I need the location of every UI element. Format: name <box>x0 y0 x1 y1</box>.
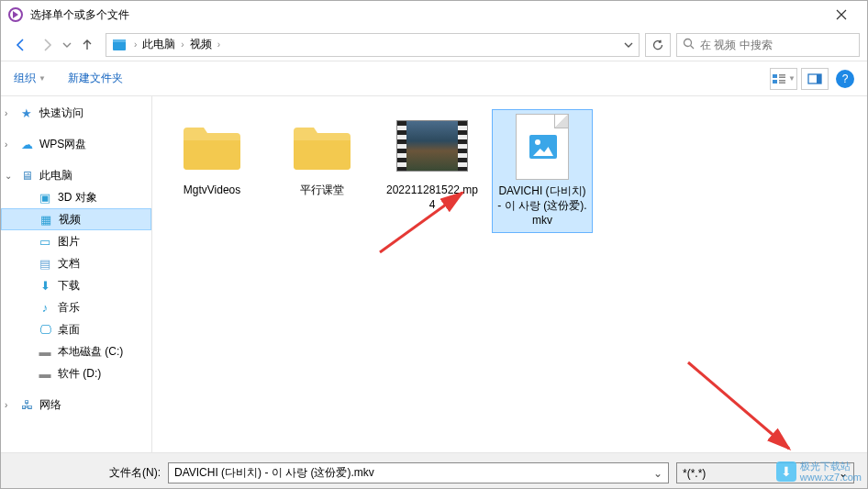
view-mode-button[interactable]: ▼ <box>770 68 797 90</box>
body: ›★快速访问 ›☁WPS网盘 ⌄🖥此电脑 ▣3D 对象 ▦视频 ▭图片 ▤文档 … <box>1 96 867 452</box>
refresh-button[interactable] <box>645 33 671 57</box>
chevron-right-icon[interactable]: › <box>5 400 7 410</box>
video-icon: ▦ <box>39 212 53 227</box>
svg-rect-8 <box>779 82 785 83</box>
pc-icon: 🖥 <box>19 168 34 183</box>
file-name: MgtvVideos <box>184 183 240 197</box>
chevron-right-icon[interactable]: › <box>216 39 222 50</box>
chevron-down-icon[interactable]: ⌄ <box>653 467 662 480</box>
folder-icon <box>180 118 244 173</box>
svg-rect-5 <box>779 76 785 78</box>
svg-point-2 <box>684 39 692 46</box>
chevron-right-icon[interactable]: › <box>179 39 185 50</box>
breadcrumb-videos[interactable]: 视频 <box>186 37 216 52</box>
organize-menu[interactable]: 组织▼ <box>14 71 46 86</box>
videos-library-icon <box>110 36 128 54</box>
picture-icon: ▭ <box>38 234 52 249</box>
close-button[interactable] <box>823 2 860 28</box>
bottom-panel: 文件名(N): DAVICHI (다비치) - 이 사랑 (这份爱).mkv ⌄… <box>1 452 867 489</box>
app-icon <box>8 7 23 22</box>
folder-icon <box>290 118 354 173</box>
filename-value: DAVICHI (다비치) - 이 사랑 (这份爱).mkv <box>174 465 653 481</box>
sidebar-downloads[interactable]: ⬇下载 <box>1 274 151 296</box>
navbar: › 此电脑 › 视频 › <box>1 28 867 61</box>
video-file-item[interactable]: 202211281522.mp4 <box>382 109 483 216</box>
help-button[interactable]: ? <box>836 70 854 88</box>
chevron-right-icon[interactable]: › <box>5 108 7 118</box>
svg-rect-4 <box>779 74 785 76</box>
media-file-icon <box>516 114 569 180</box>
svg-line-12 <box>688 362 789 449</box>
search-input[interactable] <box>700 39 853 51</box>
chevron-right-icon[interactable]: › <box>5 139 7 150</box>
search-icon <box>683 37 695 53</box>
forward-button[interactable] <box>34 32 60 58</box>
window-title: 选择单个或多个文件 <box>30 7 823 23</box>
download-icon: ⬇ <box>38 278 52 293</box>
svg-rect-7 <box>779 80 785 82</box>
up-button[interactable] <box>74 32 100 58</box>
sidebar-3d-objects[interactable]: ▣3D 对象 <box>1 186 151 208</box>
file-name: DAVICHI (다비치) - 이 사랑 (这份爱).mkv <box>496 183 588 228</box>
sidebar-local-disk-c[interactable]: ▬本地磁盘 (C:) <box>1 340 151 362</box>
svg-rect-10 <box>817 74 821 83</box>
sidebar-documents[interactable]: ▤文档 <box>1 252 151 274</box>
video-file-item-selected[interactable]: DAVICHI (다비치) - 이 사랑 (这份爱).mkv <box>492 109 593 233</box>
sidebar-pictures[interactable]: ▭图片 <box>1 230 151 252</box>
chevron-down-icon[interactable]: ⌄ <box>839 467 848 480</box>
search-box[interactable] <box>676 33 860 57</box>
toolbar: 组织▼ 新建文件夹 ▼ ? <box>1 61 867 96</box>
video-thumbnail-icon <box>396 120 468 172</box>
svg-rect-3 <box>773 74 777 78</box>
cube-icon: ▣ <box>38 190 52 205</box>
document-icon: ▤ <box>38 256 52 271</box>
network-icon: 🖧 <box>19 397 34 412</box>
sidebar-this-pc[interactable]: ⌄🖥此电脑 <box>1 164 151 186</box>
breadcrumb-dropdown[interactable] <box>618 37 639 53</box>
music-icon: ♪ <box>38 300 52 315</box>
chevron-down-icon: ▼ <box>39 74 46 83</box>
chevron-right-icon[interactable]: › <box>132 39 139 50</box>
star-icon: ★ <box>19 106 34 120</box>
filter-combo[interactable]: *(*.*) ⌄ <box>676 462 854 483</box>
drive-icon: ▬ <box>38 344 52 359</box>
back-button[interactable] <box>8 32 34 58</box>
sidebar-quick-access[interactable]: ›★快速访问 <box>1 102 151 124</box>
cloud-icon: ☁ <box>19 137 34 151</box>
filename-combo[interactable]: DAVICHI (다비치) - 이 사랑 (这份爱).mkv ⌄ <box>168 462 669 483</box>
file-list[interactable]: MgtvVideos 平行课堂 202211281522.mp4 DAVICHI… <box>152 96 867 452</box>
sidebar-desktop[interactable]: 🖵桌面 <box>1 318 151 340</box>
sidebar-soft-d[interactable]: ▬软件 (D:) <box>1 362 151 384</box>
folder-item[interactable]: 平行课堂 <box>272 109 373 201</box>
sidebar-wps[interactable]: ›☁WPS网盘 <box>1 133 151 155</box>
file-name: 平行课堂 <box>300 183 344 197</box>
preview-pane-button[interactable] <box>801 68 829 90</box>
breadcrumb[interactable]: › 此电脑 › 视频 › <box>106 33 640 57</box>
sidebar-videos[interactable]: ▦视频 <box>1 208 151 230</box>
folder-item[interactable]: MgtvVideos <box>161 109 262 201</box>
chevron-down-icon[interactable]: ⌄ <box>5 171 12 181</box>
drive-icon: ▬ <box>38 366 52 381</box>
recent-dropdown[interactable] <box>60 32 74 58</box>
sidebar: ›★快速访问 ›☁WPS网盘 ⌄🖥此电脑 ▣3D 对象 ▦视频 ▭图片 ▤文档 … <box>1 96 152 452</box>
file-name: 202211281522.mp4 <box>385 183 479 212</box>
new-folder-button[interactable]: 新建文件夹 <box>68 71 123 86</box>
desktop-icon: 🖵 <box>38 322 52 337</box>
titlebar: 选择单个或多个文件 <box>1 1 867 28</box>
svg-rect-6 <box>773 80 777 83</box>
chevron-down-icon: ▼ <box>788 74 796 83</box>
sidebar-network[interactable]: ›🖧网络 <box>1 394 151 416</box>
svg-rect-1 <box>113 39 126 42</box>
close-icon <box>836 9 847 20</box>
filename-label: 文件名(N): <box>14 465 168 481</box>
breadcrumb-this-pc[interactable]: 此电脑 <box>139 37 179 52</box>
sidebar-music[interactable]: ♪音乐 <box>1 296 151 318</box>
filter-value: *(*.*) <box>683 467 839 480</box>
